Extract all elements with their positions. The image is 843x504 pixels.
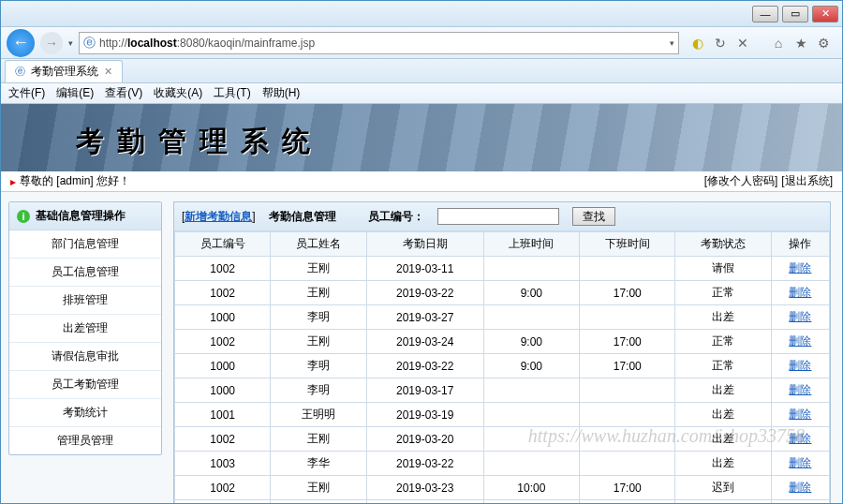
menu-item[interactable]: 工具(T) xyxy=(214,85,250,101)
delete-link[interactable]: 删除 xyxy=(789,261,811,274)
table-cell-action: 删除 xyxy=(771,354,829,378)
delete-link[interactable]: 删除 xyxy=(789,334,811,348)
delete-link[interactable]: 删除 xyxy=(789,432,811,445)
table-cell: 王刚 xyxy=(271,330,366,354)
table-cell: 2019-03-15 xyxy=(366,500,483,504)
window-close-button[interactable]: ✕ xyxy=(812,6,838,22)
table-cell: 1000 xyxy=(175,354,271,378)
table-cell xyxy=(483,257,579,281)
info-icon: i xyxy=(17,210,30,223)
menu-item[interactable]: 帮助(H) xyxy=(262,85,301,101)
search-label: 员工编号： xyxy=(368,209,424,225)
url-text: http://localhost:8080/kaoqin/mainframe.j… xyxy=(99,37,666,50)
home-icon[interactable]: ⌂ xyxy=(771,36,786,51)
change-password-link[interactable]: [修改个人密码] xyxy=(704,173,778,189)
bracket: [新增考勤信息] xyxy=(182,209,256,225)
employee-id-input[interactable] xyxy=(437,208,559,225)
table-cell: 1002 xyxy=(175,257,271,281)
favorites-icon[interactable]: ★ xyxy=(793,36,808,51)
table-cell-action: 删除 xyxy=(771,281,829,305)
delete-link[interactable]: 删除 xyxy=(789,481,811,494)
table-header: 员工编号 xyxy=(175,232,271,257)
bullet-icon: ▸ xyxy=(10,175,16,188)
table-header: 员工姓名 xyxy=(271,232,366,257)
window-minimize-button[interactable]: — xyxy=(752,6,778,22)
tab-title: 考勤管理系统 xyxy=(31,64,98,80)
ie-icon: ⓔ xyxy=(83,35,96,52)
window-titlebar: — ▭ ✕ xyxy=(1,1,842,27)
table-cell: 17:00 xyxy=(580,330,675,354)
table-cell: 17:00 xyxy=(580,281,675,305)
sidebar-item[interactable]: 请假信息审批 xyxy=(9,343,161,371)
table-cell: 李明 xyxy=(271,378,366,403)
browser-tab[interactable]: ⓔ 考勤管理系统 ✕ xyxy=(5,60,123,82)
search-button[interactable]: 查找 xyxy=(572,207,615,226)
table-cell: 出差 xyxy=(675,378,771,403)
menu-item[interactable]: 文件(F) xyxy=(8,85,45,101)
table-cell: 1002 xyxy=(175,427,271,452)
nav-history-dropdown[interactable]: ▾ xyxy=(68,38,73,48)
table-cell: 正常 xyxy=(675,330,771,354)
table-cell: 17:00 xyxy=(580,354,675,378)
delete-link[interactable]: 删除 xyxy=(789,359,811,372)
sidebar-item[interactable]: 部门信息管理 xyxy=(9,230,161,259)
table-cell-action: 删除 xyxy=(771,452,829,476)
delete-link[interactable]: 删除 xyxy=(789,456,811,469)
address-bar[interactable]: ⓔ http://localhost:8080/kaoqin/mainframe… xyxy=(79,32,679,54)
table-header: 考勤日期 xyxy=(366,232,483,257)
window-maximize-button[interactable]: ▭ xyxy=(782,6,808,22)
attendance-table: 员工编号员工姓名考勤日期上班时间下班时间考勤状态操作 1002王刚2019-03… xyxy=(174,231,830,503)
tab-close-icon[interactable]: ✕ xyxy=(104,66,112,78)
table-cell: 出差 xyxy=(675,403,771,427)
table-cell: 出差 xyxy=(675,452,771,476)
sidebar: i 基础信息管理操作 部门信息管理员工信息管理排班管理出差管理请假信息审批员工考… xyxy=(1,192,170,503)
delete-link[interactable]: 删除 xyxy=(789,383,811,396)
table-cell: 2019-03-22 xyxy=(366,452,483,476)
table-cell: 王刚 xyxy=(271,476,366,500)
table-cell: 1002 xyxy=(175,330,271,354)
menu-item[interactable]: 编辑(E) xyxy=(56,85,94,101)
table-row: 1003李华2019-03-22出差删除 xyxy=(175,452,830,476)
table-cell: 1000 xyxy=(175,378,271,403)
nav-forward-button[interactable]: → xyxy=(40,32,63,54)
compat-icon[interactable]: ◐ xyxy=(690,36,705,51)
menu-item[interactable]: 查看(V) xyxy=(105,85,142,101)
logout-link[interactable]: [退出系统] xyxy=(781,173,833,189)
table-cell xyxy=(483,403,579,427)
table-cell: 15:00 xyxy=(580,500,675,504)
url-dropdown-icon[interactable]: ▾ xyxy=(670,38,674,48)
nav-back-button[interactable]: ← xyxy=(7,29,35,57)
refresh-icon[interactable]: ↻ xyxy=(713,36,728,51)
delete-link[interactable]: 删除 xyxy=(789,310,811,323)
browser-navbar: ← → ▾ ⓔ http://localhost:8080/kaoqin/mai… xyxy=(1,27,842,59)
table-cell: 2019-03-17 xyxy=(366,378,483,403)
menu-item[interactable]: 收藏夹(A) xyxy=(154,85,202,101)
table-cell-action: 删除 xyxy=(771,305,829,330)
table-cell: 出差 xyxy=(675,427,771,452)
sidebar-item[interactable]: 员工考勤管理 xyxy=(9,371,161,399)
delete-link[interactable]: 删除 xyxy=(789,286,811,299)
table-cell: 请假 xyxy=(675,257,771,281)
table-cell: 迟到 xyxy=(675,476,771,500)
table-cell-action: 删除 xyxy=(771,378,829,403)
table-cell: 2019-03-20 xyxy=(366,427,483,452)
sidebar-item[interactable]: 排班管理 xyxy=(9,287,161,315)
status-bar: ▸ 尊敬的 [admin] 您好！ [修改个人密码] [退出系统] xyxy=(1,171,842,192)
sidebar-item[interactable]: 考勤统计 xyxy=(9,399,161,427)
greeting-text: 尊敬的 [admin] 您好！ xyxy=(20,173,130,189)
table-cell: 李华 xyxy=(271,452,366,476)
table-cell-action: 删除 xyxy=(771,403,829,427)
main-content: [新增考勤信息] 考勤信息管理 员工编号： 查找 员工编号员工姓名考勤日期上班时… xyxy=(170,192,842,503)
stop-icon[interactable]: ✕ xyxy=(735,36,750,51)
table-row: 1002王刚2019-03-229:0017:00正常删除 xyxy=(175,281,830,305)
sidebar-item[interactable]: 出差管理 xyxy=(9,315,161,343)
table-cell xyxy=(580,452,675,476)
table-cell: 2019-03-22 xyxy=(366,281,483,305)
sidebar-item[interactable]: 员工信息管理 xyxy=(9,259,161,287)
table-row: 1002王刚2019-03-20出差删除 xyxy=(175,427,830,452)
tools-icon[interactable]: ⚙ xyxy=(816,36,831,51)
add-attendance-link[interactable]: 新增考勤信息 xyxy=(185,210,252,223)
sidebar-item[interactable]: 管理员管理 xyxy=(9,427,161,454)
delete-link[interactable]: 删除 xyxy=(789,408,811,421)
table-cell: 2019-03-22 xyxy=(366,354,483,378)
